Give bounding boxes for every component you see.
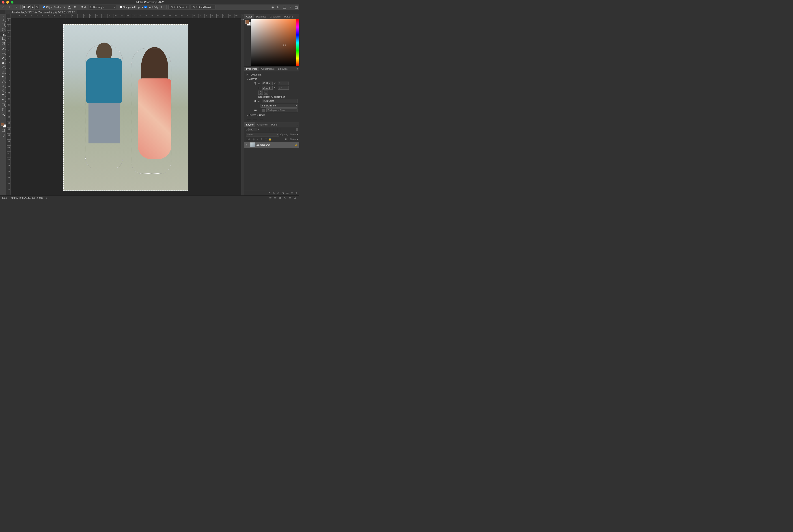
frame-tool[interactable] <box>0 41 6 46</box>
sb-device-icon[interactable]: ▭ <box>289 196 292 200</box>
screen-mode[interactable] <box>1 133 6 137</box>
window-close[interactable] <box>2 1 4 4</box>
tab-channels[interactable]: Channels <box>255 122 269 127</box>
tab-layers[interactable]: Layers <box>245 122 255 127</box>
canvas-section[interactable]: Canvas <box>245 77 299 81</box>
move-tool[interactable] <box>0 18 6 22</box>
width-input[interactable] <box>262 81 273 85</box>
eyedropper-tool[interactable] <box>0 46 6 51</box>
layer-lock-icon[interactable]: 🔒 <box>295 144 298 146</box>
x-input[interactable] <box>278 81 289 85</box>
hue-slider[interactable] <box>296 19 299 66</box>
ruler-preset-2[interactable] <box>253 118 257 120</box>
bit-depth-select[interactable]: 8 Bits/Channel <box>260 104 297 108</box>
ruler-horizontal[interactable]: 1614121086420246810121416182022242628303… <box>11 14 241 18</box>
window-maximize[interactable] <box>11 1 14 4</box>
tab-swatches[interactable]: Swatches <box>254 14 268 19</box>
panel-dock-strip[interactable]: « <box>241 14 245 195</box>
cloud-docs-icon[interactable] <box>271 5 275 9</box>
layer-filter-input[interactable] <box>248 128 257 131</box>
color-panel-menu[interactable]: ≡ <box>295 14 299 19</box>
color-fg-bg[interactable] <box>245 20 251 25</box>
height-input[interactable] <box>262 86 273 90</box>
blur-tool[interactable] <box>0 79 6 83</box>
rectangle-tool[interactable] <box>0 102 6 107</box>
tab-adjustments[interactable]: Adjustments <box>259 66 276 71</box>
sb-notes-icon[interactable]: ▭ <box>274 196 277 200</box>
pen-tool[interactable] <box>0 88 6 93</box>
color-field[interactable] <box>251 19 296 66</box>
canvas-area[interactable]: 1614121086420246810121416182022242628303… <box>7 14 241 195</box>
layer-fx-icon[interactable]: fx <box>272 192 275 195</box>
link-dimensions-icon[interactable]: ⛓ <box>254 82 256 85</box>
refresh-icon[interactable]: ↻ <box>62 5 66 9</box>
show-objects-icon[interactable] <box>67 5 72 9</box>
properties-panel-menu[interactable]: ≡ <box>295 66 299 71</box>
layer-name[interactable]: Background <box>256 144 293 146</box>
layer-visibility-icon[interactable]: 👁 <box>246 144 249 146</box>
sb-timeline-icon[interactable]: ▭ <box>269 196 272 200</box>
lasso-tool[interactable] <box>0 27 6 32</box>
delete-layer-icon[interactable]: 🗑 <box>295 192 298 195</box>
orientation-landscape[interactable] <box>264 91 268 95</box>
tab-paths[interactable]: Paths <box>269 122 279 127</box>
search-icon[interactable] <box>277 5 281 9</box>
ruler-vertical[interactable]: 2024681012141618202224262830323436384042… <box>7 18 11 195</box>
sb-zoom-icon[interactable]: ⊞ <box>294 196 297 200</box>
select-and-mask-button[interactable]: Select and Mask... <box>191 5 216 9</box>
sample-all-layers-checkbox[interactable]: Sample All Layers <box>120 6 143 8</box>
tool-preset-dropdown[interactable]: ▾ <box>15 5 19 9</box>
lock-all-icon[interactable]: 🔒 <box>269 138 271 141</box>
crop-tool[interactable] <box>0 37 6 41</box>
lock-position-icon[interactable]: ✥ <box>260 138 263 141</box>
gradient-tool[interactable] <box>0 74 6 79</box>
type-tool[interactable]: T <box>0 93 6 97</box>
window-minimize[interactable] <box>6 1 9 4</box>
toolbar-collapse[interactable]: » <box>0 15 6 18</box>
ruler-preset-3[interactable] <box>259 118 263 120</box>
tool-preset[interactable] <box>9 5 13 9</box>
orientation-portrait[interactable] <box>258 91 263 95</box>
feedback-icon[interactable] <box>161 5 165 9</box>
blend-mode-select[interactable]: Normal <box>246 133 279 136</box>
layer-fill-value[interactable]: 100% <box>290 138 296 141</box>
ruler-preset-1[interactable] <box>247 118 251 120</box>
subtract-from-selection[interactable] <box>31 5 35 9</box>
y-input[interactable] <box>278 86 289 90</box>
close-tab-icon[interactable]: × <box>7 11 9 14</box>
color-mode-select[interactable]: RGB Color <box>262 99 297 103</box>
healing-brush-tool[interactable] <box>0 51 6 55</box>
select-subject-button[interactable]: Select Subject <box>169 5 189 9</box>
object-finder-checkbox[interactable]: Object Finder <box>43 6 61 8</box>
new-layer-icon[interactable]: ⊞ <box>290 192 293 195</box>
tab-gradients[interactable]: Gradients <box>268 14 283 19</box>
workspace-dropdown[interactable]: ▾ <box>289 5 292 9</box>
layer-group-icon[interactable]: ▭ <box>286 192 289 195</box>
share-icon[interactable] <box>294 5 298 9</box>
layer-thumbnail[interactable] <box>250 142 255 147</box>
filter-shape-icon[interactable] <box>273 128 276 131</box>
filter-toggle[interactable] <box>296 128 298 131</box>
link-layers-icon[interactable]: ⬘ <box>268 192 271 195</box>
tab-properties[interactable]: Properties <box>245 66 259 71</box>
settings-gear-icon[interactable]: ✱ <box>73 5 77 9</box>
ruler-origin[interactable] <box>7 14 11 18</box>
lock-transparent-icon[interactable]: ▦ <box>252 138 255 141</box>
home-button[interactable]: ⌂ <box>1 5 5 9</box>
sb-reset-icon[interactable]: ⟲ <box>284 196 287 200</box>
lock-nested-icon[interactable]: ⬚ <box>265 138 267 141</box>
filter-type-icon[interactable] <box>269 128 272 131</box>
document-tab[interactable]: × chris-hardy-_ViDPYQXrdY-unsplash.jpg @… <box>5 10 77 14</box>
marquee-tool[interactable] <box>0 22 6 27</box>
clone-stamp-tool[interactable] <box>0 60 6 64</box>
hard-edge-checkbox[interactable]: Hard Edge <box>144 6 159 8</box>
fill-swatch[interactable] <box>262 109 265 112</box>
color-swatch[interactable] <box>1 122 6 128</box>
hand-tool[interactable] <box>0 107 6 112</box>
layer-item[interactable]: 👁 Background 🔒 <box>245 141 299 148</box>
filter-pixel-icon[interactable] <box>261 128 264 131</box>
brush-tool[interactable] <box>0 55 6 60</box>
mode-select[interactable]: Rectangle <box>89 5 116 9</box>
rulers-grids-section[interactable]: Rulers & Grids <box>245 113 299 117</box>
filter-adjust-icon[interactable] <box>265 128 268 131</box>
